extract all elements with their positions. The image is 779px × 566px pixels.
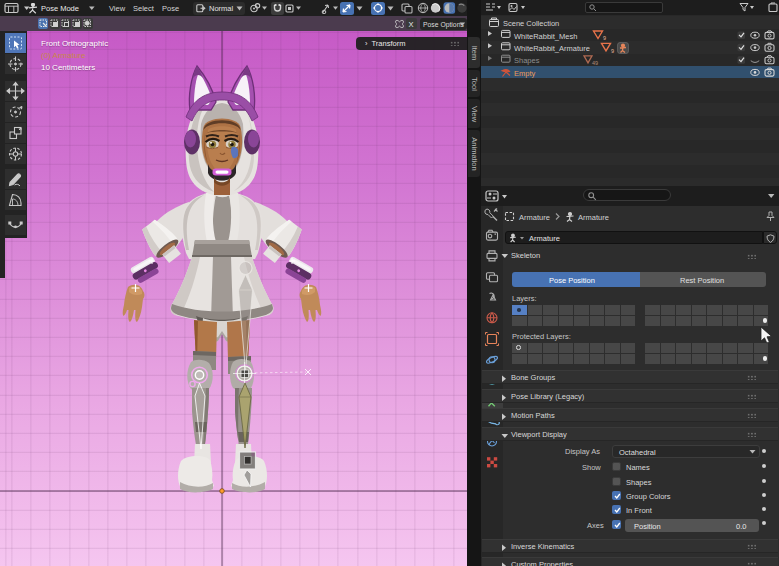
svg-text:49: 49: [592, 60, 598, 66]
svg-text:Armature: Armature: [578, 213, 609, 222]
svg-text:9: 9: [611, 48, 614, 54]
svg-text:Armature: Armature: [519, 213, 550, 222]
svg-text:9: 9: [603, 35, 606, 41]
